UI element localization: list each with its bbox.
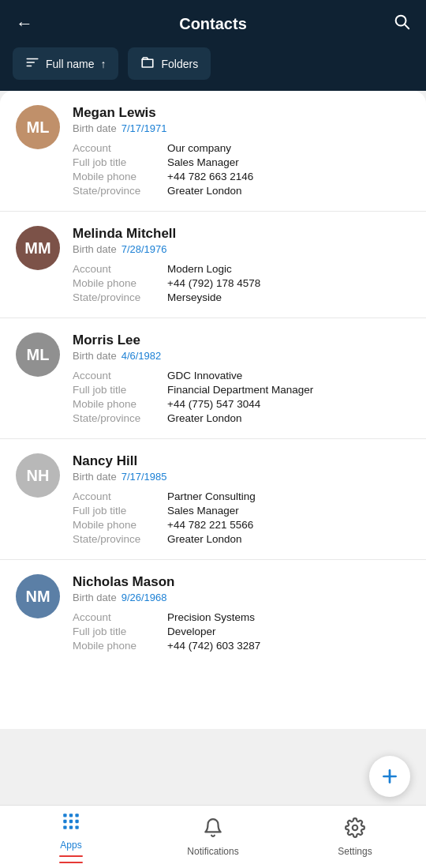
field-value: +44 (775) 547 3044: [167, 398, 410, 410]
field-value: Modern Logic: [167, 263, 410, 275]
field-label: Mobile phone: [73, 519, 167, 531]
field-value: +44 (742) 603 3287: [167, 640, 410, 652]
contact-details: Account Precision Systems Full job title…: [73, 611, 410, 652]
birth-label: Birth date: [73, 243, 117, 255]
field-value: Our company: [167, 142, 410, 154]
apps-icon: [61, 811, 81, 836]
birth-date-row: Birth date 7/17/1985: [73, 471, 410, 483]
search-button[interactable]: [393, 13, 410, 35]
field-label: State/province: [73, 291, 167, 303]
field-label: Full job title: [73, 156, 167, 168]
svg-rect-7: [63, 814, 66, 817]
svg-rect-15: [75, 825, 78, 829]
svg-rect-12: [75, 819, 78, 822]
field-label: Mobile phone: [73, 640, 167, 652]
svg-point-16: [353, 825, 358, 830]
birth-label: Birth date: [73, 350, 117, 362]
contact-details: Account Modern Logic Mobile phone +44 (7…: [73, 263, 410, 303]
birth-label: Birth date: [73, 122, 117, 134]
birth-date-row: Birth date 7/17/1971: [73, 122, 410, 134]
contact-name: Melinda Mitchell: [73, 226, 410, 242]
folders-icon: [140, 55, 155, 72]
contact-item-megan-lewis[interactable]: ML Megan Lewis Birth date 7/17/1971 Acco…: [0, 91, 426, 212]
svg-rect-8: [69, 814, 73, 817]
sort-icon: [25, 55, 39, 72]
nav-label-notifications: Notifications: [187, 846, 238, 857]
folders-button[interactable]: Folders: [128, 47, 211, 80]
birth-date-value: 4/6/1982: [121, 350, 162, 362]
field-value: Greater London: [167, 533, 410, 545]
field-label: Account: [73, 370, 167, 381]
svg-rect-14: [69, 825, 73, 829]
nav-item-settings[interactable]: Settings: [284, 810, 426, 865]
svg-line-1: [405, 24, 409, 28]
field-value: Greater London: [167, 185, 410, 197]
add-contact-button[interactable]: [369, 756, 410, 797]
field-label: Mobile phone: [73, 277, 167, 289]
sort-button[interactable]: Full name ↑: [13, 47, 118, 80]
settings-icon: [345, 817, 365, 843]
field-value: Partner Consulting: [167, 490, 410, 502]
birth-date-value: 7/28/1976: [121, 243, 167, 255]
contact-details: Account Partner Consulting Full job titl…: [73, 490, 410, 545]
birth-date-value: 7/17/1985: [121, 471, 167, 483]
birth-date-value: 9/26/1968: [121, 592, 167, 603]
field-label: Account: [73, 263, 167, 275]
field-label: State/province: [73, 412, 167, 424]
contact-name: Nancy Hill: [73, 453, 410, 469]
svg-rect-13: [63, 825, 66, 829]
field-value: +44 782 663 2146: [167, 171, 410, 182]
contact-item-nancy-hill[interactable]: NH Nancy Hill Birth date 7/17/1985 Accou…: [0, 439, 426, 560]
field-value: Precision Systems: [167, 611, 410, 623]
contact-details: Account Our company Full job title Sales…: [73, 142, 410, 197]
bottom-nav: Apps Notifications Settings: [0, 805, 426, 868]
field-value: Sales Manager: [167, 156, 410, 168]
field-value: Sales Manager: [167, 505, 410, 517]
contact-name: Nicholas Mason: [73, 574, 410, 590]
svg-rect-10: [63, 819, 66, 822]
birth-label: Birth date: [73, 592, 117, 603]
contact-details: Account GDC Innovative Full job title Fi…: [73, 370, 410, 424]
field-label: Account: [73, 490, 167, 502]
sort-label: Full name: [46, 58, 94, 70]
field-label: State/province: [73, 185, 167, 197]
field-value: Developer: [167, 626, 410, 637]
nav-label-settings: Settings: [338, 846, 372, 857]
field-label: Mobile phone: [73, 398, 167, 410]
contact-list: ML Megan Lewis Birth date 7/17/1971 Acco…: [0, 91, 426, 729]
field-value: Greater London: [167, 412, 410, 424]
field-label: Account: [73, 142, 167, 154]
birth-date-value: 7/17/1971: [121, 122, 167, 134]
birth-label: Birth date: [73, 471, 117, 483]
contact-name: Morris Lee: [73, 333, 410, 348]
nav-item-apps[interactable]: Apps: [0, 803, 142, 869]
toolbar: Full name ↑ Folders: [0, 47, 426, 91]
field-value: +44 782 221 5566: [167, 519, 410, 531]
field-label: State/province: [73, 533, 167, 545]
nav-label-apps: Apps: [60, 840, 81, 851]
nav-item-notifications[interactable]: Notifications: [142, 810, 284, 865]
contact-item-melinda-mitchell[interactable]: MM Melinda Mitchell Birth date 7/28/1976…: [0, 212, 426, 318]
contact-item-morris-lee[interactable]: ML Morris Lee Birth date 4/6/1982 Accoun…: [0, 318, 426, 439]
notifications-icon: [203, 817, 223, 843]
birth-date-row: Birth date 4/6/1982: [73, 350, 410, 362]
folders-label: Folders: [161, 58, 198, 70]
field-value: +44 (792) 178 4578: [167, 277, 410, 289]
field-label: Full job title: [73, 384, 167, 396]
birth-date-row: Birth date 9/26/1968: [73, 592, 410, 603]
sort-arrow-icon: ↑: [100, 58, 106, 70]
contact-item-nicholas-mason[interactable]: NM Nicholas Mason Birth date 9/26/1968 A…: [0, 560, 426, 666]
field-label: Full job title: [73, 626, 167, 637]
field-label: Account: [73, 611, 167, 623]
contact-name: Megan Lewis: [73, 105, 410, 121]
svg-rect-11: [69, 819, 73, 822]
back-button[interactable]: ←: [16, 13, 33, 34]
field-label: Full job title: [73, 505, 167, 517]
field-value: GDC Innovative: [167, 370, 410, 381]
header: ← Contacts: [0, 0, 426, 47]
field-value: Financial Department Manager: [167, 384, 410, 396]
field-value: Merseyside: [167, 291, 410, 303]
field-label: Mobile phone: [73, 171, 167, 182]
page-title: Contacts: [179, 15, 247, 33]
birth-date-row: Birth date 7/28/1976: [73, 243, 410, 255]
